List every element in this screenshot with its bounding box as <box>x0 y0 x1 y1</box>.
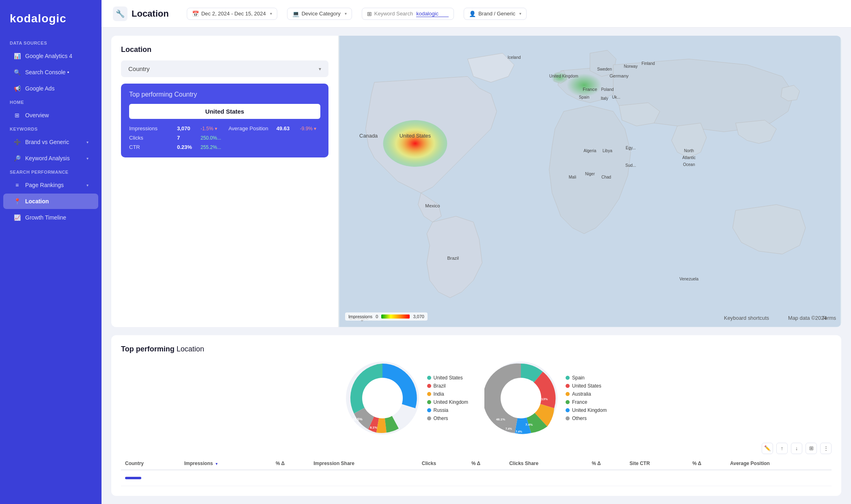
top-performing-keyword: Country <box>174 91 197 98</box>
keyword-search-input[interactable] <box>416 11 449 17</box>
date-dropdown-arrow: ▾ <box>270 11 272 16</box>
keyword-search-label: Keyword Search <box>374 11 413 17</box>
iceland-label: Iceland <box>508 55 521 60</box>
italy-label: Italy <box>601 96 608 101</box>
location-icon: 📍 <box>13 197 21 205</box>
table-header-row: Country Impressions ▾ % Δ Impression Sha… <box>121 457 832 470</box>
others-legend-label-left: Others <box>434 416 448 421</box>
chevron-down-icon-2: ▾ <box>86 156 89 161</box>
table-body <box>121 470 832 486</box>
sidebar-item-brand-vs-generic[interactable]: ➕ Brand vs Generic ▾ <box>3 134 98 150</box>
bottom-section: Top performing Location <box>111 335 841 496</box>
right-pie-legend: Spain United States Australia Franc <box>566 375 607 421</box>
venezuela-label: Venezuela <box>680 277 699 281</box>
avg-pos-label: Average Position <box>229 125 273 131</box>
algeria-label: Algeria <box>583 149 596 153</box>
country-name-bar: United States <box>129 104 320 119</box>
legend-us-right: United States <box>566 383 607 389</box>
data-sources-label: Data Sources <box>0 37 102 48</box>
legend-brazil: Brazil <box>427 383 468 389</box>
sidebar-google-analytics-label: Google Analytics 4 <box>25 53 72 59</box>
sud-label: Sud... <box>625 163 636 168</box>
egypt-label: Egy... <box>626 146 636 150</box>
russia-legend-label: Russia <box>434 407 449 413</box>
legend-min: 0 <box>376 314 378 319</box>
top-performing-prefix: Top performing <box>129 91 173 98</box>
country-dropdown[interactable]: Country ▾ <box>121 60 328 77</box>
uk-legend-label-right: United Kingdom <box>572 407 607 413</box>
timeline-icon: 📈 <box>13 213 21 222</box>
australia-dot <box>566 392 570 396</box>
germany-label: Germany <box>609 73 629 78</box>
sort-icon: ▾ <box>216 462 218 466</box>
spain-dot <box>566 376 570 380</box>
us-legend-label: United States <box>434 375 463 381</box>
others-dot-left <box>427 416 431 420</box>
us-dot-right <box>566 384 570 388</box>
india-legend-label: India <box>434 391 444 397</box>
th-impressions-delta: % Δ <box>272 457 309 470</box>
sidebar-item-search-console[interactable]: 🔍 Search Console • <box>3 65 98 80</box>
brand-generic-filter[interactable]: 👤 Brand / Generic ▾ <box>464 8 527 20</box>
right-pct-4: 48.1% <box>496 418 505 421</box>
sidebar-item-growth-timeline[interactable]: 📈 Growth Timeline <box>3 210 98 225</box>
sidebar-overview-label: Overview <box>25 112 49 118</box>
move-up-button[interactable]: ↑ <box>776 443 788 454</box>
russia-dot <box>427 408 431 412</box>
edit-button[interactable]: ✏️ <box>762 443 773 454</box>
calendar-icon: 📅 <box>192 11 199 17</box>
content-area: Location Country ▾ Top performing Countr… <box>102 28 851 504</box>
legend-others-left: Others <box>427 416 468 421</box>
sidebar-item-google-ads[interactable]: 📢 Google Ads <box>3 81 98 96</box>
world-map-svg: United States Canada Mexico Brazil Franc… <box>339 36 841 327</box>
more-button[interactable]: ⋮ <box>820 443 832 454</box>
th-clicks-share: Clicks Share <box>505 457 587 470</box>
brand-icon: ➕ <box>13 138 21 146</box>
uk-label: United Kingdom <box>549 74 578 78</box>
us-label: United States <box>400 133 431 139</box>
legend-india: India <box>427 391 468 397</box>
location-data-table: Country Impressions ▾ % Δ Impression Sha… <box>121 457 832 487</box>
brand-dropdown-arrow: ▾ <box>519 11 521 16</box>
ctr-value: 0.23% <box>177 144 197 150</box>
terms-text: Terms <box>822 315 836 321</box>
libya-label: Libya <box>603 149 612 153</box>
grid-button[interactable]: ⊞ <box>806 443 817 454</box>
avg-pos-value: 49.63 <box>276 125 297 131</box>
analytics-icon: 📊 <box>13 52 21 60</box>
th-avg-position: Average Position <box>726 457 832 470</box>
date-range-filter[interactable]: 📅 Dec 2, 2024 - Dec 15, 2024 ▾ <box>187 8 277 20</box>
sidebar-item-overview[interactable]: ⊞ Overview <box>3 108 98 123</box>
chad-label: Chad <box>601 175 611 179</box>
th-impressions[interactable]: Impressions ▾ <box>180 457 272 470</box>
clicks-label: Clicks <box>129 135 174 141</box>
others-legend-label-right: Others <box>572 416 587 421</box>
top-performing-strong: Top performing <box>121 345 175 353</box>
country-dropdown-value: Country <box>128 65 150 72</box>
ukraine-label: Uk... <box>612 95 620 99</box>
device-category-filter[interactable]: 💻 Device Category ▾ <box>287 8 352 20</box>
brazil-label: Brazil <box>447 256 459 261</box>
sidebar-item-keyword-analysis[interactable]: 🔎 Keyword Analysis ▾ <box>3 151 98 166</box>
clicks-change: 250.0%... <box>201 135 221 141</box>
legend-france: France <box>566 399 607 405</box>
keyword-icon: 🔎 <box>13 154 21 162</box>
right-pct-3: 7.4% <box>525 423 533 426</box>
impressions-legend-label: Impressions <box>348 314 372 319</box>
search-console-icon: 🔍 <box>13 68 21 76</box>
sidebar-item-location[interactable]: 📍 Location <box>3 194 98 209</box>
map-legend: Impressions 0 3,070 <box>345 312 428 321</box>
keyword-search-filter[interactable]: ⊞ Keyword Search <box>362 8 454 20</box>
sidebar-item-page-rankings[interactable]: ≡ Page Rankings ▾ <box>3 177 98 193</box>
france-dot <box>566 400 570 404</box>
th-clicks-share-delta: % Δ <box>587 457 625 470</box>
top-performing-location-title: Top performing Location <box>121 345 832 353</box>
poland-label: Poland <box>601 87 613 92</box>
move-down-button[interactable]: ↓ <box>791 443 802 454</box>
canada-label: Canada <box>359 133 378 139</box>
right-pie-container: 16.7% 13% 7.4% 48.1% 7.4% 7.4% Spain <box>484 362 607 435</box>
stats-grid: Impressions 3,070 -1.5% ▾ Average Positi… <box>129 125 320 150</box>
sidebar-google-ads-label: Google Ads <box>25 85 54 92</box>
sidebar-keyword-label: Keyword Analysis <box>25 155 70 162</box>
sidebar-item-google-analytics[interactable]: 📊 Google Analytics 4 <box>3 48 98 64</box>
